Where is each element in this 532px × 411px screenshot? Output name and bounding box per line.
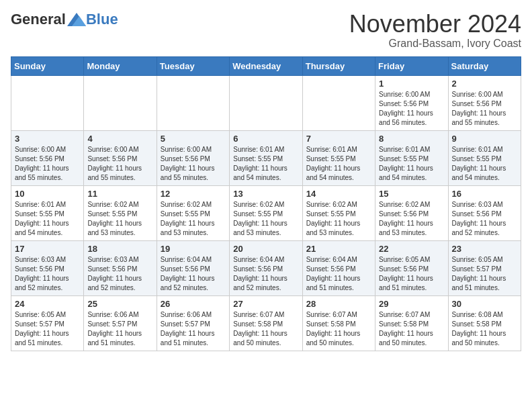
calendar-cell: 27Sunrise: 6:07 AM Sunset: 5:58 PM Dayli… [230,295,302,351]
calendar-cell: 4Sunrise: 6:00 AM Sunset: 5:56 PM Daylig… [84,130,157,185]
logo: General Blue [11,11,118,28]
calendar-cell: 29Sunrise: 6:07 AM Sunset: 5:58 PM Dayli… [375,295,448,351]
calendar-cell: 19Sunrise: 6:04 AM Sunset: 5:56 PM Dayli… [157,240,229,295]
day-number: 6 [233,134,298,144]
day-number: 20 [233,244,298,254]
calendar-cell: 13Sunrise: 6:02 AM Sunset: 5:55 PM Dayli… [230,185,302,240]
calendar-cell [157,75,229,130]
day-number: 14 [306,189,371,199]
day-info: Sunrise: 6:04 AM Sunset: 5:56 PM Dayligh… [306,255,371,293]
calendar-cell: 5Sunrise: 6:00 AM Sunset: 5:56 PM Daylig… [157,130,229,185]
day-info: Sunrise: 6:08 AM Sunset: 5:58 PM Dayligh… [452,310,517,348]
day-info: Sunrise: 6:01 AM Sunset: 5:55 PM Dayligh… [15,200,80,238]
logo-area: General Blue [11,11,118,28]
day-number: 15 [379,189,444,199]
day-number: 1 [379,79,444,89]
calendar-cell: 30Sunrise: 6:08 AM Sunset: 5:58 PM Dayli… [448,295,521,351]
day-number: 23 [452,244,517,254]
calendar-cell: 17Sunrise: 6:03 AM Sunset: 5:56 PM Dayli… [11,240,84,295]
day-info: Sunrise: 6:06 AM Sunset: 5:57 PM Dayligh… [87,310,152,348]
calendar-cell: 21Sunrise: 6:04 AM Sunset: 5:56 PM Dayli… [302,240,375,295]
calendar-cell [84,75,157,130]
logo-general: General [11,11,66,28]
day-number: 3 [15,134,80,144]
calendar-week-row: 3Sunrise: 6:00 AM Sunset: 5:56 PM Daylig… [11,130,521,185]
day-number: 22 [379,244,444,254]
day-number: 17 [15,244,80,254]
day-number: 16 [452,189,517,199]
page-header: General Blue November 2024 Grand-Bassam,… [11,11,521,50]
calendar-cell: 2Sunrise: 6:00 AM Sunset: 5:56 PM Daylig… [448,75,521,130]
calendar-cell: 25Sunrise: 6:06 AM Sunset: 5:57 PM Dayli… [84,295,157,351]
day-info: Sunrise: 6:03 AM Sunset: 5:56 PM Dayligh… [15,255,80,293]
calendar-cell: 15Sunrise: 6:02 AM Sunset: 5:56 PM Dayli… [375,185,448,240]
calendar-cell [302,75,375,130]
day-info: Sunrise: 6:04 AM Sunset: 5:56 PM Dayligh… [233,255,298,293]
location-title: Grand-Bassam, Ivory Coast [349,38,521,50]
calendar-cell: 28Sunrise: 6:07 AM Sunset: 5:58 PM Dayli… [302,295,375,351]
logo-blue: Blue [86,11,118,28]
day-info: Sunrise: 6:01 AM Sunset: 5:55 PM Dayligh… [379,145,444,183]
calendar-cell: 6Sunrise: 6:01 AM Sunset: 5:55 PM Daylig… [230,130,302,185]
day-number: 29 [379,299,444,309]
weekday-header: Saturday [448,56,521,75]
day-info: Sunrise: 6:05 AM Sunset: 5:56 PM Dayligh… [379,255,444,293]
day-info: Sunrise: 6:02 AM Sunset: 5:55 PM Dayligh… [306,200,371,238]
day-info: Sunrise: 6:01 AM Sunset: 5:55 PM Dayligh… [452,145,517,183]
calendar-week-row: 17Sunrise: 6:03 AM Sunset: 5:56 PM Dayli… [11,240,521,295]
calendar-cell: 9Sunrise: 6:01 AM Sunset: 5:55 PM Daylig… [448,130,521,185]
calendar-cell: 22Sunrise: 6:05 AM Sunset: 5:56 PM Dayli… [375,240,448,295]
calendar-week-row: 24Sunrise: 6:05 AM Sunset: 5:57 PM Dayli… [11,295,521,351]
day-number: 24 [15,299,80,309]
day-number: 2 [452,79,517,89]
day-info: Sunrise: 6:07 AM Sunset: 5:58 PM Dayligh… [233,310,298,348]
day-info: Sunrise: 6:03 AM Sunset: 5:56 PM Dayligh… [87,255,152,293]
day-number: 13 [233,189,298,199]
day-info: Sunrise: 6:00 AM Sunset: 5:56 PM Dayligh… [452,90,517,128]
day-number: 30 [452,299,517,309]
calendar-cell: 7Sunrise: 6:01 AM Sunset: 5:55 PM Daylig… [302,130,375,185]
weekday-header: Friday [375,56,448,75]
day-number: 28 [306,299,371,309]
calendar-table: SundayMondayTuesdayWednesdayThursdayFrid… [11,56,521,351]
day-number: 26 [161,299,226,309]
day-info: Sunrise: 6:00 AM Sunset: 5:56 PM Dayligh… [87,145,152,183]
day-info: Sunrise: 6:02 AM Sunset: 5:55 PM Dayligh… [87,200,152,238]
day-number: 27 [233,299,298,309]
day-number: 19 [161,244,226,254]
weekday-header: Thursday [302,56,375,75]
calendar-cell: 8Sunrise: 6:01 AM Sunset: 5:55 PM Daylig… [375,130,448,185]
calendar-cell: 14Sunrise: 6:02 AM Sunset: 5:55 PM Dayli… [302,185,375,240]
day-number: 9 [452,134,517,144]
calendar-cell: 12Sunrise: 6:02 AM Sunset: 5:55 PM Dayli… [157,185,229,240]
day-number: 8 [379,134,444,144]
day-number: 12 [161,189,226,199]
day-info: Sunrise: 6:07 AM Sunset: 5:58 PM Dayligh… [379,310,444,348]
weekday-header: Wednesday [230,56,302,75]
calendar-cell: 11Sunrise: 6:02 AM Sunset: 5:55 PM Dayli… [84,185,157,240]
calendar-cell: 18Sunrise: 6:03 AM Sunset: 5:56 PM Dayli… [84,240,157,295]
day-info: Sunrise: 6:07 AM Sunset: 5:58 PM Dayligh… [306,310,371,348]
weekday-header: Monday [84,56,157,75]
day-number: 10 [15,189,80,199]
calendar-cell: 1Sunrise: 6:00 AM Sunset: 5:56 PM Daylig… [375,75,448,130]
day-info: Sunrise: 6:05 AM Sunset: 5:57 PM Dayligh… [15,310,80,348]
day-info: Sunrise: 6:01 AM Sunset: 5:55 PM Dayligh… [233,145,298,183]
logo-icon [67,13,86,26]
day-info: Sunrise: 6:05 AM Sunset: 5:57 PM Dayligh… [452,255,517,293]
day-number: 25 [87,299,152,309]
calendar-week-row: 1Sunrise: 6:00 AM Sunset: 5:56 PM Daylig… [11,75,521,130]
day-info: Sunrise: 6:00 AM Sunset: 5:56 PM Dayligh… [15,145,80,183]
calendar-cell: 23Sunrise: 6:05 AM Sunset: 5:57 PM Dayli… [448,240,521,295]
day-number: 5 [161,134,226,144]
calendar-cell: 16Sunrise: 6:03 AM Sunset: 5:56 PM Dayli… [448,185,521,240]
day-number: 4 [87,134,152,144]
title-area: November 2024 Grand-Bassam, Ivory Coast [349,11,521,50]
day-info: Sunrise: 6:03 AM Sunset: 5:56 PM Dayligh… [452,200,517,238]
day-number: 21 [306,244,371,254]
day-number: 18 [87,244,152,254]
calendar-cell: 10Sunrise: 6:01 AM Sunset: 5:55 PM Dayli… [11,185,84,240]
calendar-cell [11,75,84,130]
month-title: November 2024 [349,11,521,38]
day-info: Sunrise: 6:04 AM Sunset: 5:56 PM Dayligh… [161,255,226,293]
